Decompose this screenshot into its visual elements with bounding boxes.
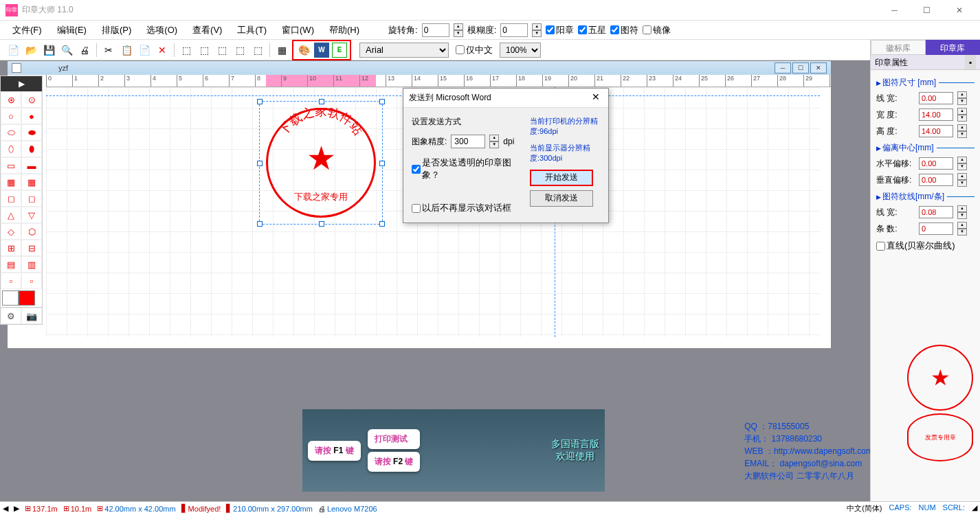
minimize-button[interactable]: ─ (879, 1, 910, 20)
shape-sq1[interactable]: ◻ (1, 190, 21, 207)
shape-split1[interactable]: ⊞ (1, 240, 21, 256)
export-word-icon[interactable]: W (314, 43, 329, 58)
chk-noshow[interactable]: 以后不再显示该对话框 (412, 202, 524, 214)
stamp-preview-2[interactable]: 发票专用章 (907, 413, 973, 461)
menu-edit[interactable]: 编辑(E) (50, 21, 93, 39)
align4-icon[interactable]: ⬚ (232, 43, 247, 58)
grid-icon[interactable]: ▦ (274, 43, 289, 58)
shape-diam[interactable]: ◇ (1, 223, 21, 240)
shape-oval[interactable]: ⬯ (1, 141, 21, 157)
export-excel-icon[interactable]: E (332, 43, 347, 58)
maximize-button[interactable]: ☐ (911, 1, 942, 20)
menu-window[interactable]: 窗口(W) (275, 21, 321, 39)
font-select[interactable]: Arial (359, 43, 449, 58)
tool-1[interactable]: ⚙ (1, 308, 21, 324)
cancel-send-button[interactable]: 取消发送 (530, 190, 593, 207)
shape-circle-star[interactable]: ⊛ (1, 91, 21, 108)
cut-icon[interactable]: ✂ (101, 43, 116, 58)
doc-close[interactable]: ✕ (810, 62, 827, 73)
chk-cnonly[interactable]: 仅中文 (456, 44, 493, 56)
line-width-input[interactable] (919, 92, 953, 104)
chk-bezier[interactable]: 直线(贝塞尔曲线) (876, 240, 975, 252)
preview-icon[interactable]: 🔍 (59, 43, 74, 58)
menu-options[interactable]: 选项(O) (140, 21, 184, 39)
palette-play-icon[interactable]: ▶ (1, 76, 42, 91)
shape-circle-dot[interactable]: ⊙ (21, 91, 42, 108)
shape-circle[interactable]: ○ (1, 108, 21, 124)
blur-down[interactable]: ▼ (532, 30, 542, 37)
rotation-input[interactable] (422, 23, 449, 37)
width-input[interactable] (919, 108, 953, 121)
voff-input[interactable] (919, 174, 953, 186)
new-icon[interactable]: 📄 (5, 43, 21, 58)
zoom-select[interactable]: 100% (500, 43, 541, 58)
menu-layout[interactable]: 排版(P) (95, 21, 138, 39)
copy-icon[interactable]: 📋 (119, 43, 134, 58)
precision-input[interactable] (451, 135, 485, 148)
color-white[interactable] (2, 290, 19, 306)
align2-icon[interactable]: ⬚ (197, 43, 212, 58)
shape-oval2[interactable]: ⬮ (21, 141, 42, 157)
seal-object[interactable]: 下载之家软件站 ★ 下载之家专用 (266, 108, 376, 218)
shape-grid1[interactable]: ▦ (1, 174, 21, 190)
chk-mirror[interactable]: 镜像 (643, 24, 671, 36)
blur-up[interactable]: ▲ (532, 23, 542, 30)
shape-tri1[interactable]: △ (1, 207, 21, 223)
ruler-horizontal[interactable]: 0123456789101112131415161718192021222324… (46, 75, 831, 87)
close-button[interactable]: ✕ (944, 1, 975, 20)
hoff-input[interactable] (919, 157, 953, 170)
paste-icon[interactable]: 📄 (137, 43, 152, 58)
dialog-close-icon[interactable]: ✕ (589, 91, 603, 105)
height-input[interactable] (919, 125, 953, 137)
shape-tri2[interactable]: ▽ (21, 207, 42, 223)
align3-icon[interactable]: ⬚ (214, 43, 230, 58)
print-icon[interactable]: 🖨 (77, 43, 92, 58)
menu-view[interactable]: 查看(V) (186, 21, 229, 39)
rot-down[interactable]: ▼ (454, 30, 463, 37)
delete-icon[interactable]: ✕ (155, 43, 170, 58)
shape-sq2[interactable]: ◻ (21, 190, 42, 207)
tab-badge-lib[interactable]: 徽标库 (871, 40, 926, 55)
shape-bar1[interactable]: ▤ (1, 256, 21, 273)
start-send-button[interactable]: 开始发送 (530, 170, 593, 186)
menu-help[interactable]: 帮助(H) (322, 21, 366, 39)
stamp-preview-1[interactable]: ★ (907, 345, 973, 411)
chk-transparent[interactable]: 是否发送透明的印章图象？ (412, 157, 524, 181)
export-img-icon[interactable]: 🎨 (296, 43, 311, 58)
shape-sm2[interactable]: ▫ (21, 273, 42, 289)
tab-seal-lib[interactable]: 印章库 (926, 40, 981, 55)
shape-split2[interactable]: ⊟ (21, 240, 42, 256)
props-close[interactable]: ▪ (965, 55, 976, 69)
tool-2[interactable]: 📷 (21, 308, 42, 324)
doc-titlebar[interactable]: yzf ─ ☐ ✕ (8, 61, 831, 75)
sb-nav-left[interactable]: ◀ (3, 504, 8, 513)
align1-icon[interactable]: ⬚ (179, 43, 194, 58)
chk-tufu[interactable]: 图符 (610, 24, 638, 36)
chk-yang[interactable]: 阳章 (546, 24, 574, 36)
align5-icon[interactable]: ⬚ (250, 43, 265, 58)
color-red[interactable] (19, 290, 35, 306)
menu-file[interactable]: 文件(F) (5, 21, 49, 39)
shape-ellipse2[interactable]: ⬬ (21, 124, 42, 141)
shape-rect1[interactable]: ▭ (1, 157, 21, 174)
sb-resize-icon[interactable]: ◢ (972, 503, 977, 514)
rot-up[interactable]: ▲ (454, 23, 463, 30)
shape-bar2[interactable]: ▥ (21, 256, 42, 273)
sb-num: NUM (919, 503, 936, 514)
pline-input[interactable] (919, 206, 953, 218)
sb-nav-right[interactable]: ▶ (14, 504, 19, 513)
shape-grid2[interactable]: ▦ (21, 174, 42, 190)
shape-circle-fill[interactable]: ● (21, 108, 42, 124)
save-icon[interactable]: 💾 (41, 43, 56, 58)
open-icon[interactable]: 📂 (23, 43, 38, 58)
blur-input[interactable] (500, 23, 528, 37)
pcount-input[interactable] (919, 222, 953, 235)
chk-star[interactable]: 五星 (578, 24, 606, 36)
doc-min[interactable]: ─ (775, 62, 791, 73)
shape-hex[interactable]: ⬡ (21, 223, 42, 240)
doc-max[interactable]: ☐ (792, 62, 809, 73)
shape-rect2[interactable]: ▬ (21, 157, 42, 174)
shape-ellipse[interactable]: ⬭ (1, 124, 21, 141)
shape-sm1[interactable]: ▫ (1, 273, 21, 289)
menu-tools[interactable]: 工具(T) (230, 21, 274, 39)
